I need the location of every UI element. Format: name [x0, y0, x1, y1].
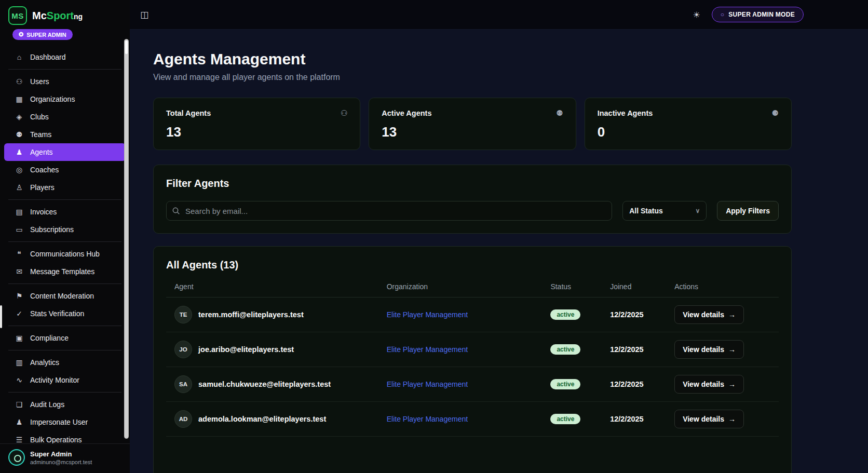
status-filter-select[interactable]: All Status ∨ — [622, 201, 707, 221]
agent-email: terem.moffi@eliteplayers.test — [198, 310, 304, 319]
sidebar-item-users[interactable]: ⚇ Users — [4, 73, 126, 90]
stat-card-total-agents: Total Agents ⚇ 13 — [153, 98, 360, 150]
table-row: JO joe.aribo@eliteplayers.test Elite Pla… — [166, 332, 779, 367]
view-details-label: View details — [683, 345, 724, 354]
apply-filters-button[interactable]: Apply Filters — [717, 201, 779, 221]
view-details-button[interactable]: View details → — [674, 340, 744, 359]
sidebar-item-label: Stats Verification — [30, 309, 84, 318]
organization-link[interactable]: Elite Player Management — [387, 380, 468, 388]
flag-icon: ⚑ — [15, 292, 24, 300]
agent-cell: JO joe.aribo@eliteplayers.test — [174, 341, 387, 358]
layers-icon: ☰ — [15, 436, 24, 444]
view-details-button[interactable]: View details → — [674, 305, 744, 324]
page-scrollbar-fragment[interactable] — [0, 305, 2, 328]
view-details-label: View details — [683, 310, 724, 319]
sidebar-item-audit-logs[interactable]: ❏ Audit Logs — [4, 396, 126, 413]
home-icon: ⌂ — [15, 53, 24, 61]
sidebar-item-label: Bulk Operations — [30, 436, 82, 444]
agents-icon: ⚉ — [556, 109, 563, 118]
divider — [8, 326, 121, 326]
search-field — [166, 201, 612, 221]
sidebar-item-subscriptions[interactable]: ▭ Subscriptions — [4, 221, 126, 238]
chevron-down-icon: ∨ — [695, 207, 700, 214]
organization-cell: Elite Player Management — [387, 414, 551, 424]
sidebar-scrollbar[interactable] — [124, 39, 129, 439]
filter-title: Filter Agents — [166, 178, 779, 190]
chat-icon: ❝ — [15, 250, 24, 258]
column-header-status: Status — [550, 282, 610, 291]
table-row: TE terem.moffi@eliteplayers.test Elite P… — [166, 298, 779, 332]
sidebar-item-label: Subscriptions — [30, 225, 74, 234]
building-icon: ▦ — [15, 95, 24, 103]
status-cell: active — [550, 379, 610, 389]
sidebar-item-organizations[interactable]: ▦ Organizations — [4, 90, 126, 108]
avatar: SA — [174, 375, 192, 393]
brand-name: McSportng — [32, 10, 83, 22]
topbar-right: ☀ ○ SUPER ADMIN MODE — [693, 7, 804, 22]
sidebar-item-label: Coaches — [30, 166, 59, 174]
sidebar-item-players[interactable]: ♙ Players — [4, 179, 126, 196]
sidebar-scrollbar-thumb[interactable] — [125, 40, 128, 54]
view-details-label: View details — [683, 415, 724, 423]
agent-add-icon: ⚇ — [341, 109, 347, 118]
sidebar-item-analytics[interactable]: ▥ Analytics — [4, 354, 126, 371]
impersonate-icon: ♟ — [15, 418, 24, 426]
clipboard-icon: ❏ — [15, 400, 24, 409]
status-badge: active — [550, 414, 580, 424]
arrow-right-icon: → — [728, 380, 736, 388]
status-badge: active — [550, 309, 580, 320]
joined-date: 12/2/2025 — [610, 415, 674, 423]
sidebar-item-label: Teams — [30, 130, 51, 139]
sidebar-item-communications-hub[interactable]: ❝ Communications Hub — [4, 245, 126, 263]
agent-email: joe.aribo@eliteplayers.test — [198, 345, 294, 354]
sidebar-item-teams[interactable]: ⚉ Teams — [4, 126, 126, 143]
sidebar-item-clubs[interactable]: ◈ Clubs — [4, 108, 126, 126]
super-admin-mode-button[interactable]: ○ SUPER ADMIN MODE — [712, 7, 804, 22]
status-badge: active — [550, 344, 580, 355]
joined-date: 12/2/2025 — [610, 310, 674, 319]
stat-label: Total Agents — [166, 109, 211, 117]
organization-link[interactable]: Elite Player Management — [387, 310, 468, 319]
sidebar-toggle-icon[interactable]: ◫ — [140, 9, 148, 20]
sidebar-item-message-templates[interactable]: ✉ Message Templates — [4, 263, 126, 280]
view-details-button[interactable]: View details → — [674, 410, 744, 428]
sidebar-item-stats-verification[interactable]: ✓ Stats Verification — [4, 305, 126, 322]
column-header-organization: Organization — [387, 282, 551, 291]
sidebar-item-impersonate-user[interactable]: ♟ Impersonate User — [4, 413, 126, 431]
check-icon: ✓ — [15, 309, 24, 318]
invoice-icon: ▤ — [15, 208, 24, 216]
user-avatar — [8, 449, 25, 466]
sidebar-item-content-moderation[interactable]: ⚑ Content Moderation — [4, 287, 126, 305]
column-header-joined: Joined — [610, 282, 674, 291]
sidebar-item-agents[interactable]: ♟ Agents — [4, 143, 126, 161]
arrow-right-icon: → — [728, 345, 736, 354]
filter-panel: Filter Agents All Status ∨ Apply Filters — [153, 165, 792, 234]
status-cell: active — [550, 309, 610, 320]
table-title: All Agents (13) — [166, 259, 779, 271]
sidebar-item-compliance[interactable]: ▣ Compliance — [4, 329, 126, 347]
organization-cell: Elite Player Management — [387, 345, 551, 354]
sidebar-item-activity-monitor[interactable]: ∿ Activity Monitor — [4, 371, 126, 389]
divider — [8, 199, 121, 200]
sidebar-item-invoices[interactable]: ▤ Invoices — [4, 203, 126, 221]
stat-label: Active Agents — [382, 109, 431, 117]
search-input[interactable] — [166, 201, 612, 221]
agent-icon: ♟ — [15, 148, 24, 156]
sidebar-item-coaches[interactable]: ◎ Coaches — [4, 161, 126, 179]
view-details-label: View details — [683, 380, 724, 388]
stats-row: Total Agents ⚇ 13 Active Agents ⚉ 13 Ina… — [153, 98, 792, 150]
sidebar-item-label: Impersonate User — [30, 418, 88, 426]
activity-icon: ∿ — [15, 376, 24, 384]
organization-link[interactable]: Elite Player Management — [387, 345, 468, 354]
view-details-button[interactable]: View details → — [674, 375, 744, 394]
sidebar-item-dashboard[interactable]: ⌂ Dashboard — [4, 48, 126, 66]
sidebar-item-label: Communications Hub — [30, 250, 100, 258]
user-profile[interactable]: Super Admin adminuno@mcsport.test — [0, 443, 130, 473]
mcsport-logo-icon: MS — [8, 6, 27, 25]
column-header-agent: Agent — [174, 282, 387, 291]
organization-link[interactable]: Elite Player Management — [387, 415, 468, 423]
sidebar-item-label: Audit Logs — [30, 400, 64, 409]
organization-cell: Elite Player Management — [387, 310, 551, 319]
brand-sport: Sport — [47, 10, 74, 21]
theme-toggle-icon[interactable]: ☀ — [693, 10, 700, 20]
